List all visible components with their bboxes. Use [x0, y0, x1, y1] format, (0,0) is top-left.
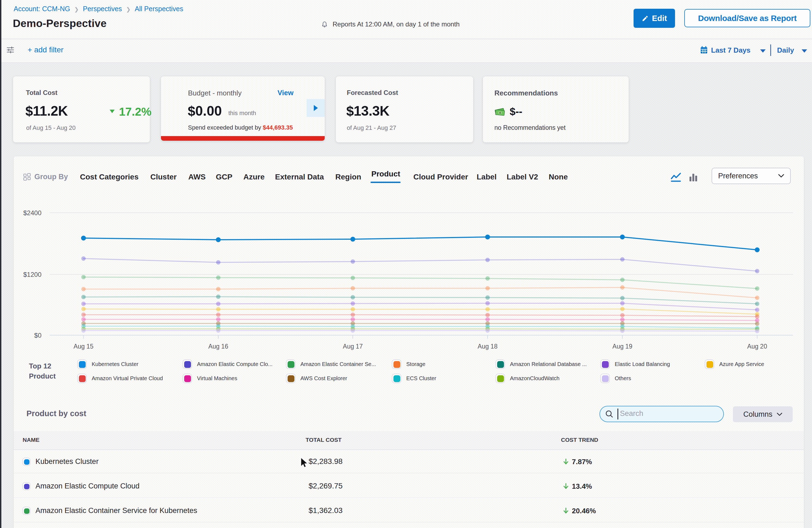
- svg-text:$: $: [499, 111, 501, 115]
